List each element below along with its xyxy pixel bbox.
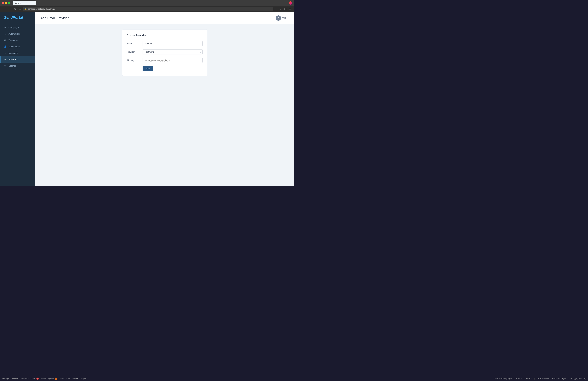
name-input[interactable]	[143, 41, 203, 46]
tab-label: Laravel	[15, 2, 21, 4]
settings-icon: ⚙	[4, 65, 7, 67]
provider-form-group: Provider Postmark Mailgun SES SendGrid ▼	[127, 49, 203, 54]
new-tab-button[interactable]: +	[37, 1, 41, 5]
save-button[interactable]: Save	[143, 66, 153, 71]
campaigns-icon: ✉	[4, 26, 7, 29]
templates-icon: ▤	[4, 39, 7, 41]
chevron-down-icon: ▼	[287, 17, 289, 19]
back-button[interactable]: ←	[2, 7, 6, 11]
sidebar-item-label: Subscribers	[9, 45, 20, 48]
sidebar-navigation: ✉ Campaigns ↻ Automations ▤ Templates 👤 …	[0, 23, 35, 69]
sidebar-item-automations[interactable]: ↻ Automations	[0, 31, 35, 37]
card-title: Create Provider	[127, 34, 203, 37]
user-menu[interactable]: W Will ▼	[276, 15, 289, 21]
api-key-input[interactable]	[143, 58, 203, 63]
forward-button[interactable]: →	[8, 7, 12, 11]
sidebar-item-label: Settings	[9, 65, 16, 67]
traffic-light-maximize[interactable]	[8, 2, 10, 4]
api-key-label: API Key	[127, 58, 140, 61]
sidebar-item-subscribers[interactable]: 👤 Subscribers	[0, 43, 35, 50]
sidebar-item-label: Providers	[9, 58, 18, 61]
page-body: Create Provider Name Provider Postmark M…	[35, 24, 294, 81]
provider-label: Provider	[127, 49, 140, 53]
sidebar-item-templates[interactable]: ▤ Templates	[0, 37, 35, 43]
subscribers-icon: 👤	[4, 45, 7, 48]
sidebar-item-providers[interactable]: ✉ Providers	[0, 56, 35, 63]
more-tools-button[interactable]: >>	[284, 7, 288, 11]
sidebar-item-label: Campaigns	[9, 26, 19, 29]
sidebar-item-messages[interactable]: ➤ Messages	[0, 50, 35, 56]
traffic-light-close[interactable]	[2, 2, 4, 4]
sidebar-item-campaigns[interactable]: ✉ Campaigns	[0, 24, 35, 31]
address-bar[interactable]: 🔒 sendportal.test/providers/create	[23, 7, 273, 11]
traffic-light-minimize[interactable]	[5, 2, 7, 4]
sidebar-logo: SendPortal	[0, 12, 35, 23]
sidebar-item-label: Automations	[9, 33, 20, 35]
user-name: Will	[282, 17, 286, 19]
home-button[interactable]: ⌂	[18, 7, 22, 11]
messages-icon: ➤	[4, 52, 7, 54]
menu-button[interactable]: ☰	[289, 7, 292, 11]
provider-select[interactable]: Postmark Mailgun SES SendGrid	[143, 49, 203, 54]
user-avatar: W	[276, 15, 281, 21]
form-actions: Save	[127, 66, 203, 71]
lock-icon: 🔒	[25, 8, 27, 10]
providers-icon: ✉	[4, 58, 7, 61]
sidebar: SendPortal ✉ Campaigns ↻ Automations ▤ T…	[0, 12, 35, 186]
sidebar-item-label: Messages	[9, 52, 18, 54]
provider-select-wrapper: Postmark Mailgun SES SendGrid ▼	[143, 49, 203, 54]
automations-icon: ↻	[4, 33, 7, 35]
name-form-group: Name	[127, 41, 203, 46]
bookmark-button[interactable]: ☆	[279, 7, 283, 11]
create-provider-card: Create Provider Name Provider Postmark M…	[122, 29, 207, 76]
main-content: Add Email Provider W Will ▼ Create Provi…	[35, 12, 294, 186]
firefox-icon	[289, 1, 292, 5]
sidebar-item-settings[interactable]: ⚙ Settings	[0, 63, 35, 69]
tab-close-button[interactable]: ✕	[33, 2, 34, 4]
sidebar-item-label: Templates	[9, 39, 18, 41]
api-key-form-group: API Key	[127, 58, 203, 63]
page-title: Add Email Provider	[41, 16, 69, 20]
page-header: Add Email Provider W Will ▼	[35, 12, 294, 24]
name-label: Name	[127, 41, 140, 45]
extensions-button[interactable]: ⋯	[275, 7, 278, 11]
reload-button[interactable]: ↻	[13, 7, 17, 11]
browser-tab-active[interactable]: Laravel ✕	[13, 1, 36, 5]
url-text: sendportal.test/providers/create	[28, 8, 55, 10]
